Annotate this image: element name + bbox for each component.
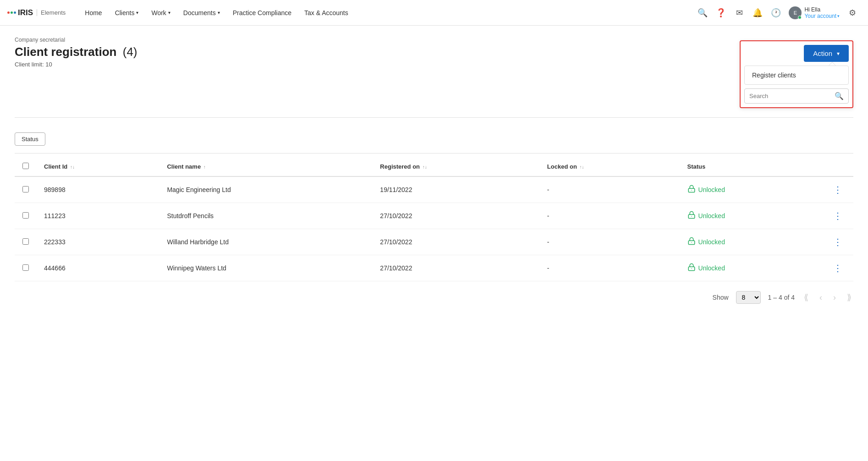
header-client-id[interactable]: Client Id ↑↓	[37, 157, 159, 176]
select-all-checkbox[interactable]	[22, 163, 29, 169]
cell-registered-on: 27/10/2022	[373, 229, 540, 255]
search-icon-btn[interactable]: 🔍	[694, 5, 711, 21]
logo: IRIS Elements	[7, 8, 66, 17]
avatar: E	[789, 6, 802, 19]
cell-client-name: Willand Harbridge Ltd	[159, 229, 373, 255]
lock-icon	[687, 263, 696, 274]
toolbar: Status	[15, 125, 853, 154]
action-dropdown: Register clients	[744, 66, 849, 85]
cell-status: Unlocked	[680, 229, 822, 255]
cell-locked-on: -	[540, 203, 680, 229]
mail-icon-btn[interactable]: ✉	[731, 5, 747, 21]
nav-home[interactable]: Home	[78, 0, 108, 26]
nav-work[interactable]: Work ▾	[145, 0, 176, 26]
dot-red	[7, 11, 10, 14]
page-title: Client registration (4)	[15, 45, 137, 59]
row-checkbox[interactable]	[22, 212, 29, 219]
cell-status: Unlocked	[680, 203, 822, 229]
elements-label: Elements	[37, 9, 66, 16]
table-row: 222333 Willand Harbridge Ltd 27/10/2022 …	[15, 229, 853, 255]
status-text: Unlocked	[698, 264, 725, 272]
show-select[interactable]: 8 16 32	[736, 291, 761, 304]
cell-locked-on: -	[540, 255, 680, 281]
history-icon-btn[interactable]: 🕐	[768, 5, 784, 21]
row-menu-button[interactable]: ⋮	[830, 261, 846, 275]
register-clients-item[interactable]: Register clients	[745, 66, 848, 84]
action-chevron-icon: ▾	[837, 50, 840, 57]
page-info: 1 – 4 of 4	[768, 294, 795, 301]
cell-client-name: Winnipeg Waters Ltd	[159, 255, 373, 281]
notifications-icon-btn[interactable]: 🔔	[749, 5, 766, 21]
search-input[interactable]	[749, 93, 832, 99]
cell-registered-on: 19/11/2022	[373, 176, 540, 203]
user-menu[interactable]: E Hi Ella Your account ▾	[786, 6, 842, 19]
nav-tax-accounts[interactable]: Tax & Accounts	[298, 0, 355, 26]
row-menu-button[interactable]: ⋮	[830, 209, 846, 223]
cell-status: Unlocked	[680, 176, 822, 203]
header-client-name[interactable]: Client name ↑	[159, 157, 373, 176]
online-status-dot	[798, 16, 802, 19]
pagination: Show 8 16 32 1 – 4 of 4 ⟪ ‹ › ⟫	[15, 281, 853, 313]
action-area: Action ▾ Register clients 🔍	[740, 40, 853, 108]
cell-client-id: 444666	[37, 255, 159, 281]
cell-client-name: Stutdroff Pencils	[159, 203, 373, 229]
show-label: Show	[713, 294, 729, 301]
data-table: Client Id ↑↓ Client name ↑ Registered on…	[15, 157, 853, 281]
first-page-button[interactable]: ⟪	[802, 291, 810, 304]
nav-clients[interactable]: Clients ▾	[109, 0, 145, 26]
row-checkbox[interactable]	[22, 238, 29, 245]
sort-client-id-icon: ↑↓	[70, 165, 75, 170]
dot-blue	[14, 11, 16, 14]
cell-registered-on: 27/10/2022	[373, 255, 540, 281]
cell-client-id: 111223	[37, 203, 159, 229]
table-row: 989898 Magic Engineering Ltd 19/11/2022 …	[15, 176, 853, 203]
cell-client-id: 222333	[37, 229, 159, 255]
navbar: IRIS Elements Home Clients ▾ Work ▾ Docu…	[0, 0, 868, 26]
table-row: 111223 Stutdroff Pencils 27/10/2022 - Un…	[15, 203, 853, 229]
row-checkbox[interactable]	[22, 186, 29, 192]
help-icon-btn[interactable]: ❓	[713, 5, 729, 21]
nav-practice-compliance[interactable]: Practice Compliance	[226, 0, 298, 26]
settings-icon-btn[interactable]: ⚙	[844, 5, 861, 21]
status-text: Unlocked	[698, 186, 725, 193]
status-text: Unlocked	[698, 238, 725, 246]
account-chevron-icon: ▾	[837, 14, 840, 18]
user-info: Hi Ella Your account ▾	[804, 6, 840, 19]
action-button[interactable]: Action ▾	[804, 45, 849, 62]
next-page-button[interactable]: ›	[831, 291, 838, 304]
user-greeting: Hi Ella	[804, 6, 840, 13]
status-text: Unlocked	[698, 212, 725, 220]
last-page-button[interactable]: ⟫	[845, 291, 853, 304]
work-chevron-icon: ▾	[168, 10, 170, 15]
row-menu-button[interactable]: ⋮	[830, 183, 846, 197]
cell-client-id: 989898	[37, 176, 159, 203]
lock-icon	[687, 185, 696, 195]
clients-chevron-icon: ▾	[136, 10, 138, 15]
lock-icon	[687, 237, 696, 247]
search-icon[interactable]: 🔍	[835, 92, 844, 100]
sort-locked-on-icon: ↑↓	[580, 165, 584, 170]
nav-documents[interactable]: Documents ▾	[177, 0, 226, 26]
cell-client-name: Magic Engineering Ltd	[159, 176, 373, 203]
table-row: 444666 Winnipeg Waters Ltd 27/10/2022 - …	[15, 255, 853, 281]
breadcrumb: Company secretarial	[15, 37, 137, 43]
status-filter-button[interactable]: Status	[15, 132, 45, 146]
cell-locked-on: -	[540, 229, 680, 255]
sort-client-name-icon: ↑	[203, 165, 206, 170]
client-limit: Client limit: 10	[15, 61, 137, 68]
header-locked-on[interactable]: Locked on ↑↓	[540, 157, 680, 176]
sort-registered-on-icon: ↑↓	[423, 165, 427, 170]
iris-logo-dots: IRIS	[7, 8, 33, 17]
cell-status: Unlocked	[680, 255, 822, 281]
user-account-link[interactable]: Your account ▾	[804, 13, 840, 19]
row-checkbox[interactable]	[22, 264, 29, 271]
row-menu-button[interactable]: ⋮	[830, 235, 846, 249]
header-registered-on[interactable]: Registered on ↑↓	[373, 157, 540, 176]
cell-locked-on: -	[540, 176, 680, 203]
cell-registered-on: 27/10/2022	[373, 203, 540, 229]
lock-icon	[687, 211, 696, 221]
header-status: Status	[680, 157, 822, 176]
documents-chevron-icon: ▾	[218, 10, 220, 15]
prev-page-button[interactable]: ‹	[818, 291, 824, 304]
iris-label: IRIS	[18, 8, 33, 17]
